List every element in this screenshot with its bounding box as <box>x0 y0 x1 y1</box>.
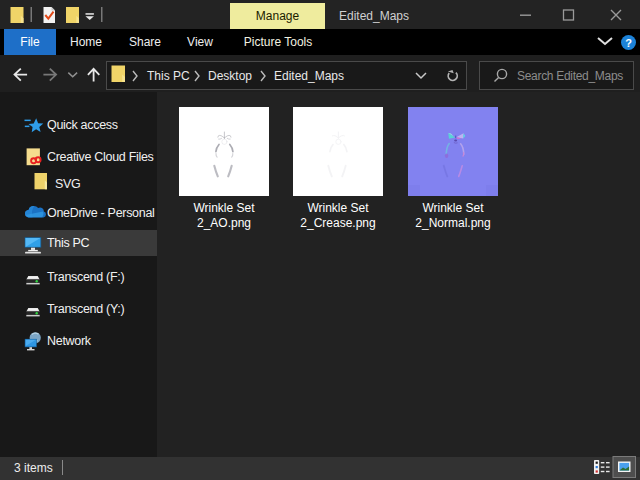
svg-text:?: ? <box>625 37 632 49</box>
